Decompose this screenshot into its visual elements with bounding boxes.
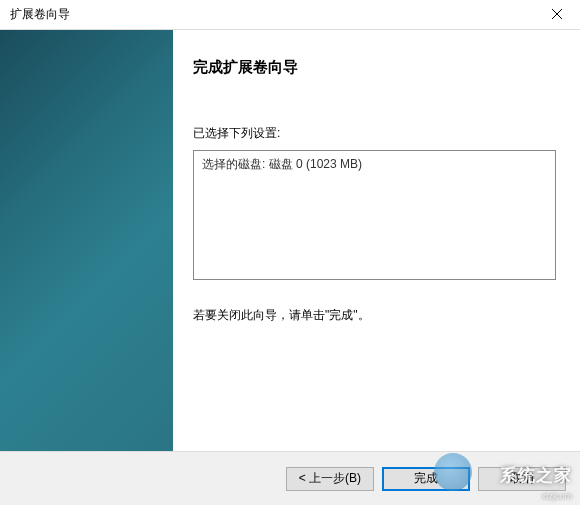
window-title: 扩展卷向导: [10, 6, 70, 23]
close-button[interactable]: [534, 0, 580, 30]
wizard-content: 完成扩展卷向导 已选择下列设置: 若要关闭此向导，请单击"完成"。: [173, 30, 580, 451]
button-bar: < 上一步(B) 完成 取消: [0, 452, 580, 505]
settings-summary-box[interactable]: [193, 150, 556, 280]
close-icon: [552, 8, 562, 22]
wizard-hint: 若要关闭此向导，请单击"完成"。: [193, 307, 556, 324]
page-heading: 完成扩展卷向导: [193, 58, 556, 77]
wizard-sidebar-graphic: [0, 30, 173, 451]
back-button[interactable]: < 上一步(B): [286, 467, 374, 491]
dialog-body: 完成扩展卷向导 已选择下列设置: 若要关闭此向导，请单击"完成"。: [0, 30, 580, 452]
finish-button[interactable]: 完成: [382, 467, 470, 491]
window-titlebar: 扩展卷向导: [0, 0, 580, 30]
settings-label: 已选择下列设置:: [193, 125, 556, 142]
cancel-button[interactable]: 取消: [478, 467, 566, 491]
